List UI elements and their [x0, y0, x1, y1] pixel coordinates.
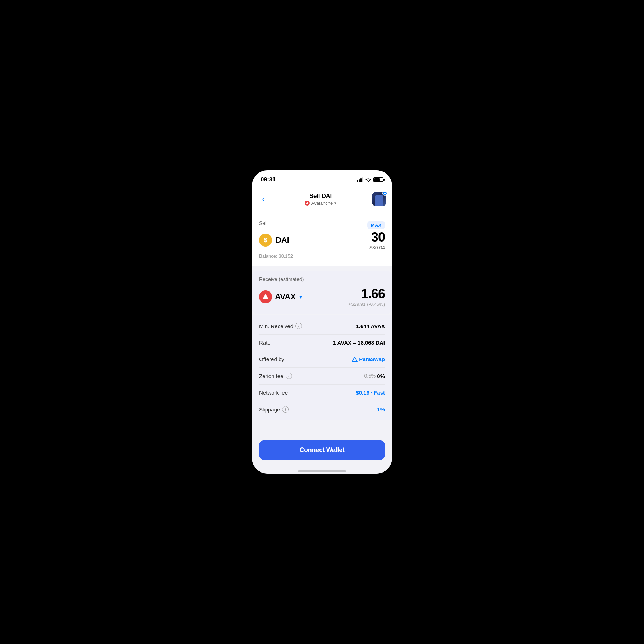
signal-icon [357, 177, 363, 182]
sell-amount-usd: $30.04 [369, 245, 385, 250]
min-received-label: Min. Received i [259, 323, 302, 329]
receive-amount: 1.66 [349, 286, 385, 302]
receive-section: Receive (estimated) AVAX ▾ 1.66 ≈$29.91 … [252, 271, 392, 314]
network-fee-row: Network fee $0.19 · Fast [259, 385, 385, 401]
zerion-fee-current: 0% [377, 373, 385, 379]
sell-balance: Balance: 38.152 [259, 253, 293, 259]
network-fee-speed: Fast [374, 390, 385, 396]
sell-amount-info: 30 $30.04 [369, 230, 385, 250]
content-spacer [252, 420, 392, 434]
status-icons [357, 177, 383, 182]
wifi-icon [365, 177, 371, 182]
paraswap-name: ParaSwap [359, 356, 385, 362]
offered-by-label: Offered by [259, 356, 284, 362]
phone-screen: 09:31 ‹ Sell DAI [252, 170, 392, 474]
zerion-fee-info-icon[interactable]: i [286, 373, 292, 379]
user-avatar[interactable] [372, 192, 386, 206]
receive-token-chevron-icon: ▾ [299, 294, 302, 300]
receive-amount-info: 1.66 ≈$29.91 (-0.45%) [349, 286, 385, 307]
sell-token-name: DAI [276, 235, 289, 245]
status-bar: 09:31 [252, 170, 392, 188]
receive-token-info[interactable]: AVAX ▾ [259, 290, 302, 303]
network-fee-amount: $0.19 [356, 390, 369, 396]
network-name: Avalanche [311, 201, 333, 206]
min-received-row: Min. Received i 1.644 AVAX [259, 318, 385, 335]
sell-label: Sell [259, 220, 267, 226]
zerion-fee-value: 0.5% 0% [364, 373, 385, 379]
back-button[interactable]: ‹ [258, 193, 269, 205]
rate-label: Rate [259, 340, 271, 346]
min-received-info-icon[interactable]: i [295, 323, 302, 329]
receive-token-name: AVAX [275, 292, 296, 302]
zerion-fee-label: Zerion fee i [259, 373, 292, 379]
network-fee-value[interactable]: $0.19 · Fast [356, 390, 385, 396]
min-received-value: 1.644 AVAX [356, 323, 385, 329]
zerion-fee-row: Zerion fee i 0.5% 0% [259, 368, 385, 385]
avax-icon [259, 290, 272, 303]
network-selector[interactable]: Avalanche ▾ [305, 201, 336, 206]
avatar-badge [382, 191, 387, 196]
zerion-fee-original: 0.5% [364, 373, 376, 379]
paraswap-link[interactable]: ParaSwap [352, 356, 385, 362]
status-time: 09:31 [261, 176, 276, 183]
app-header: ‹ Sell DAI Avalanche ▾ [252, 188, 392, 212]
sell-header-row: Sell MAX [259, 220, 385, 230]
details-section: Min. Received i 1.644 AVAX Rate 1 AVAX =… [252, 315, 392, 420]
offered-by-row: Offered by ParaSwap [259, 351, 385, 368]
receive-amount-usd: ≈$29.91 (-0.45%) [349, 302, 385, 307]
page-title: Sell DAI [309, 193, 332, 200]
network-fee-label: Network fee [259, 390, 288, 396]
sell-amount: 30 [369, 230, 385, 245]
sell-section: Sell MAX $ DAI 30 $30.04 Balance: 38.152 [252, 212, 392, 266]
home-indicator [252, 468, 392, 474]
home-bar [298, 470, 346, 472]
slippage-value[interactable]: 1% [377, 406, 385, 413]
rate-row: Rate 1 AVAX = 18.068 DAI [259, 335, 385, 351]
paraswap-icon [352, 356, 358, 362]
slippage-label: Slippage i [259, 406, 289, 413]
dai-icon: $ [259, 234, 272, 247]
rate-value: 1 AVAX = 18.068 DAI [333, 340, 385, 346]
receive-label: Receive (estimated) [259, 276, 385, 282]
svg-marker-0 [352, 357, 357, 362]
sell-token-row: $ DAI 30 $30.04 [259, 230, 385, 250]
slippage-row: Slippage i 1% [259, 401, 385, 418]
network-chevron-icon: ▾ [334, 201, 336, 206]
max-button[interactable]: MAX [367, 221, 385, 229]
connect-wallet-button[interactable]: Connect Wallet [259, 440, 385, 460]
header-center: Sell DAI Avalanche ▾ [305, 193, 336, 206]
slippage-info-icon[interactable]: i [282, 406, 289, 413]
avalanche-small-icon [305, 201, 310, 206]
sell-token-info: $ DAI [259, 234, 289, 247]
back-chevron-icon: ‹ [262, 195, 264, 203]
receive-token-row: AVAX ▾ 1.66 ≈$29.91 (-0.45%) [259, 286, 385, 307]
bottom-section: Connect Wallet [252, 434, 392, 468]
battery-icon [373, 177, 383, 182]
